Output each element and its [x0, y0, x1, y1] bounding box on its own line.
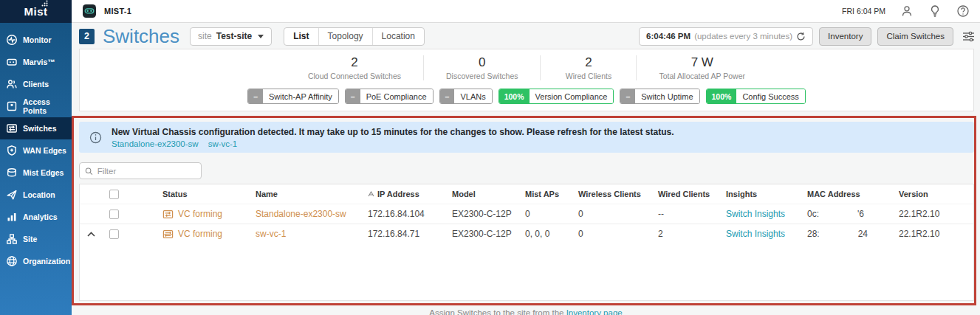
vc-status-icon	[162, 229, 174, 240]
col-status[interactable]: Status	[154, 190, 250, 198]
col-wired-clients[interactable]: Wired Clients	[652, 190, 720, 198]
stat-wired-clients: 2 Wired Clients	[540, 55, 636, 80]
col-model[interactable]: Model	[446, 190, 519, 198]
sidebar-item-mist-edges[interactable]: Mist Edges	[0, 162, 72, 184]
marvis-icon	[6, 56, 18, 68]
sidebar-item-organization[interactable]: Organization	[0, 250, 72, 272]
inventory-button[interactable]: Inventory	[819, 27, 871, 46]
org-name[interactable]: MIST-1	[104, 7, 131, 15]
badge-vlans[interactable]: – VLANs	[439, 89, 493, 104]
row-checkbox[interactable]	[109, 229, 119, 239]
footer-hint: Assign Switches to the site from the Inv…	[72, 308, 980, 315]
stat-label: Total Allocated AP Power	[659, 72, 745, 80]
sidebar-item-switches[interactable]: Switches	[0, 117, 72, 139]
inventory-page-link[interactable]: Inventory page	[566, 308, 623, 315]
stat-value: 7 W	[659, 55, 745, 70]
sidebar-item-location[interactable]: Location	[0, 184, 72, 206]
tab-topology[interactable]: Topology	[319, 28, 373, 45]
alert-link-standalone[interactable]: Standalone-ex2300-sw	[112, 139, 199, 148]
account-icon[interactable]	[900, 4, 914, 18]
nav-label: Marvis™	[23, 58, 55, 66]
switch-name-link[interactable]: sw-vc-1	[256, 229, 286, 239]
sidebar-item-clients[interactable]: Clients	[0, 73, 72, 95]
topbar: MIST-1 FRI 6:04 PM	[72, 0, 980, 23]
page-title: Switches	[103, 25, 179, 48]
nav-label: Organization	[23, 257, 70, 266]
nav-label: Site	[23, 235, 37, 243]
site-selector[interactable]: site Test-site	[190, 27, 272, 46]
status-text: VC forming	[178, 209, 222, 219]
badge-poe-compliance[interactable]: – PoE Compliance	[345, 89, 434, 104]
filter-input[interactable]	[97, 167, 196, 176]
sidebar: Mist Monitor Marvis™ Clients	[0, 0, 72, 315]
mist-logo: Mist	[0, 0, 72, 23]
stat-value: 2	[308, 55, 401, 70]
mist-logo-dots	[41, 0, 49, 7]
marvis-org-icon[interactable]	[82, 4, 97, 18]
badge-value: 100%	[707, 89, 737, 103]
mist-logo-text: Mist	[24, 5, 48, 18]
sidebar-item-marvis[interactable]: Marvis™	[0, 51, 72, 73]
switch-insights-link[interactable]: Switch Insights	[726, 209, 785, 219]
col-ip-label: IP Address	[377, 190, 419, 198]
badge-value: 100%	[499, 89, 530, 103]
switch-insights-link[interactable]: Switch Insights	[726, 229, 785, 239]
monitor-icon	[6, 34, 18, 46]
mist-edges-icon	[6, 167, 18, 179]
sidebar-item-access-points[interactable]: Access Points	[0, 95, 72, 117]
sidebar-item-analytics[interactable]: Analytics	[0, 206, 72, 228]
col-wireless-clients[interactable]: Wireless Clients	[572, 190, 652, 198]
table-row[interactable]: VC forming Standalone-ex2300-sw 172.16.8…	[80, 204, 973, 224]
info-icon	[89, 131, 102, 144]
stat-discovered: 0 Discovered Switches	[423, 55, 540, 80]
table-settings-icon[interactable]	[962, 31, 975, 42]
col-insights[interactable]: Insights	[720, 190, 801, 198]
nav-label: Monitor	[23, 35, 52, 44]
wired-clients: --	[652, 209, 720, 219]
badge-switch-ap-affinity[interactable]: – Switch-AP Affinity	[247, 89, 339, 104]
refresh-time: 6:04:46 PM	[646, 32, 691, 41]
col-mist-aps[interactable]: Mist APs	[519, 190, 572, 198]
badge-label: PoE Compliance	[360, 89, 433, 103]
alert-message: New Virtual Chassis configuration detect…	[112, 127, 674, 137]
nav-label: Clients	[23, 80, 49, 89]
collapse-chevron-icon[interactable]	[87, 232, 95, 237]
view-tabs: List Topology Location	[284, 27, 425, 46]
nav-label: Mist Edges	[23, 168, 64, 177]
badge-version-compliance[interactable]: 100% Version Compliance	[498, 89, 614, 104]
stat-label: Discovered Switches	[446, 72, 518, 80]
refresh-status[interactable]: 6:04:46 PM (updates every 3 minutes)	[639, 27, 813, 46]
alert-link-sw-vc-1[interactable]: sw-vc-1	[208, 139, 238, 148]
col-version[interactable]: Version	[893, 190, 973, 198]
sidebar-item-site[interactable]: Site	[0, 228, 72, 250]
compliance-badges: – Switch-AP Affinity – PoE Compliance – …	[80, 89, 973, 104]
table-header-row: Status Name IP Address Model Mist APs Wi…	[80, 184, 973, 204]
search-icon	[85, 167, 93, 176]
col-name[interactable]: Name	[250, 190, 362, 198]
sidebar-item-wan-edges[interactable]: WAN Edges	[0, 139, 72, 162]
stat-ap-power: 7 W Total Allocated AP Power	[636, 55, 767, 80]
mist-aps: 0, 0, 0	[519, 229, 572, 239]
nav-label: Access Points	[23, 97, 72, 115]
help-icon[interactable]	[956, 4, 970, 18]
claim-switches-button[interactable]: Claim Switches	[877, 27, 953, 46]
refresh-icon[interactable]	[796, 32, 806, 41]
col-ip-address[interactable]: IP Address	[362, 190, 446, 198]
nav-label: Switches	[23, 124, 57, 133]
lightbulb-icon[interactable]	[928, 4, 942, 18]
row-checkbox[interactable]	[109, 210, 119, 219]
wireless-clients: 0	[572, 209, 652, 219]
select-all-checkbox[interactable]	[109, 190, 119, 199]
version: 22.1R2.10	[893, 229, 973, 239]
tab-list[interactable]: List	[284, 28, 318, 45]
badge-switch-uptime[interactable]: – Switch Uptime	[620, 89, 699, 104]
sidebar-item-monitor[interactable]: Monitor	[0, 29, 72, 51]
tab-location[interactable]: Location	[373, 28, 424, 45]
col-mac-address[interactable]: MAC Address	[801, 190, 893, 198]
badge-config-success[interactable]: 100% Config Success	[706, 89, 806, 104]
table-row[interactable]: VC forming sw-vc-1 172.16.84.71 EX2300-C…	[80, 224, 973, 243]
nav-label: Analytics	[23, 212, 58, 221]
badge-value: –	[248, 89, 263, 103]
switches-icon	[6, 122, 18, 134]
switch-name-link[interactable]: Standalone-ex2300-sw	[256, 209, 346, 219]
